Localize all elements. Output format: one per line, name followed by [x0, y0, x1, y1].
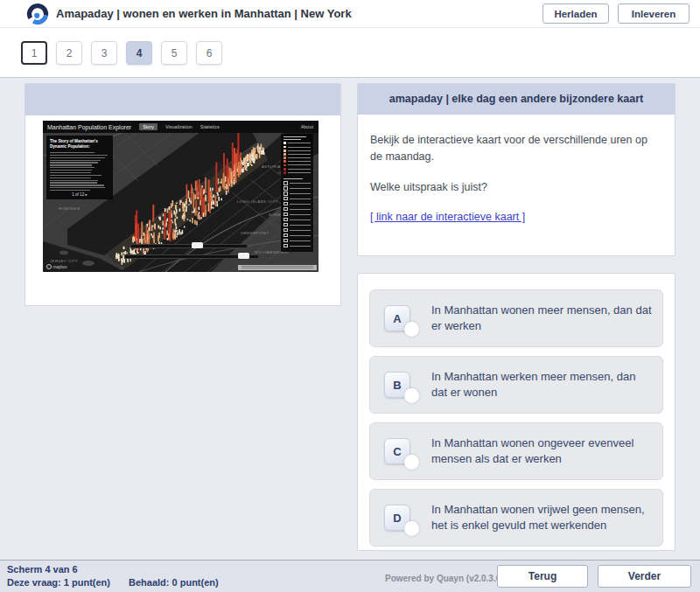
map-screenshot: Manhattan Population Explorer Story Visu…	[43, 121, 318, 272]
map-time-slider-handle	[192, 242, 203, 248]
map-legend-rows	[284, 142, 311, 247]
option-b-badge-wrap: B	[384, 372, 410, 398]
option-b-text: In Manhattan werken meer mensen, dan dat…	[431, 369, 652, 400]
powered-by-label: Powered by Quayn (v2.0.3.0)	[385, 574, 504, 583]
mapbox-attribution: mapbox	[46, 264, 67, 269]
map-day-slider-handle	[238, 253, 249, 259]
tab-question-3[interactable]: 3	[91, 41, 117, 65]
map-area-label: LONG ISLAND CITY	[237, 199, 278, 204]
answer-option-a[interactable]: A In Manhattan wonen meer mensen, dan da…	[369, 289, 663, 347]
tab-question-2[interactable]: 2	[56, 41, 82, 65]
reload-button[interactable]: Herladen	[542, 3, 609, 24]
tab-question-6[interactable]: 6	[196, 41, 222, 65]
map-tab-statistics: Statistics	[200, 124, 220, 129]
map-area-label: JERSEY CITY	[50, 259, 78, 263]
mapbox-icon	[46, 264, 52, 269]
map-story-text	[50, 152, 109, 191]
screen-counter: Scherm 4 van 6	[7, 563, 234, 576]
question-nav-row: 1 2 3 4 5 6	[0, 27, 700, 78]
answer-options-card: A In Manhattan wonen meer mensen, dan da…	[357, 273, 676, 551]
option-d-text: In Manhattan wonen vrijwel geen mensen, …	[431, 502, 652, 533]
question-card: amapaday | elke dag een andere bijzonder…	[357, 83, 676, 256]
main-area: Manhattan Population Explorer Story Visu…	[0, 77, 700, 560]
question-intro: Bekijk de interactieve kaart voor de ver…	[370, 132, 661, 165]
answer-option-d[interactable]: D In Manhattan wonen vrijwel geen mensen…	[369, 489, 663, 547]
next-button[interactable]: Verder	[598, 565, 691, 588]
option-b-radio[interactable]	[404, 388, 419, 403]
map-about-link: About	[301, 124, 313, 129]
option-c-text: In Manhattan wonen ongeveer evenveel men…	[431, 435, 652, 467]
question-body: Bekijk de interactieve kaart voor de ver…	[358, 115, 675, 226]
tab-question-1[interactable]: 1	[21, 41, 47, 65]
map-story-panel: The Story of Manhattan's Dynamic Populat…	[46, 136, 113, 199]
back-button[interactable]: Terug	[497, 565, 588, 588]
map-time-slider	[130, 244, 248, 248]
footer-bar: Scherm 4 van 6 Deze vraag: 1 punt(en) Be…	[0, 560, 700, 592]
map-area-label: ASTORIA	[262, 164, 281, 169]
option-d-radio[interactable]	[404, 521, 419, 536]
score-achieved: Behaald: 0 punt(en)	[129, 577, 219, 588]
top-bar: Amapaday | wonen en werken in Manhattan …	[0, 0, 700, 28]
map-area-label: GREENPOINT	[241, 231, 270, 235]
map-tab-visualization: Visualization	[165, 124, 192, 129]
map-title: Manhattan Population Explorer	[47, 124, 131, 130]
map-copyright-bar	[238, 265, 317, 270]
quayn-logo-icon	[26, 3, 49, 25]
question-points: Deze vraag: 1 punt(en)	[7, 577, 110, 588]
tab-question-4[interactable]: 4	[126, 41, 152, 65]
map-area-label: HOBOKEN	[59, 206, 80, 211]
option-c-badge-wrap: C	[384, 438, 410, 464]
answer-option-c[interactable]: C In Manhattan wonen ongeveer evenveel m…	[369, 422, 663, 480]
question-prompt: Welke uitspraak is juist?	[370, 179, 661, 196]
map-tab-story: Story	[139, 123, 158, 130]
option-a-badge-wrap: A	[384, 305, 410, 331]
submit-button[interactable]: Inleveren	[618, 3, 690, 24]
page-title: Amapaday | wonen en werken in Manhattan …	[56, 0, 352, 27]
map-header-bar: Manhattan Population Explorer Story Visu…	[43, 121, 318, 133]
question-tabs: 1 2 3 4 5 6	[21, 41, 222, 65]
tab-question-5[interactable]: 5	[161, 41, 187, 65]
map-card-header	[25, 84, 340, 115]
option-d-badge-wrap: D	[384, 505, 410, 531]
map-card: Manhattan Population Explorer Story Visu…	[24, 83, 341, 306]
footer-status: Scherm 4 van 6 Deze vraag: 1 punt(en) Be…	[7, 563, 234, 590]
interactive-map-link[interactable]: [ link naar de interactieve kaart ]	[370, 211, 525, 223]
option-c-radio[interactable]	[404, 455, 419, 470]
option-a-radio[interactable]	[404, 322, 419, 337]
map-story-heading: The Story of Manhattan's Dynamic Populat…	[50, 139, 109, 150]
map-story-pager: 1 of 12 ▸	[50, 192, 109, 197]
question-card-title: amapaday | elke dag een andere bijzonder…	[358, 84, 675, 115]
answer-option-b[interactable]: B In Manhattan werken meer mensen, dan d…	[369, 356, 663, 414]
map-legend-panel	[281, 134, 313, 252]
option-a-text: In Manhattan wonen meer mensen, dan dat …	[431, 303, 652, 334]
